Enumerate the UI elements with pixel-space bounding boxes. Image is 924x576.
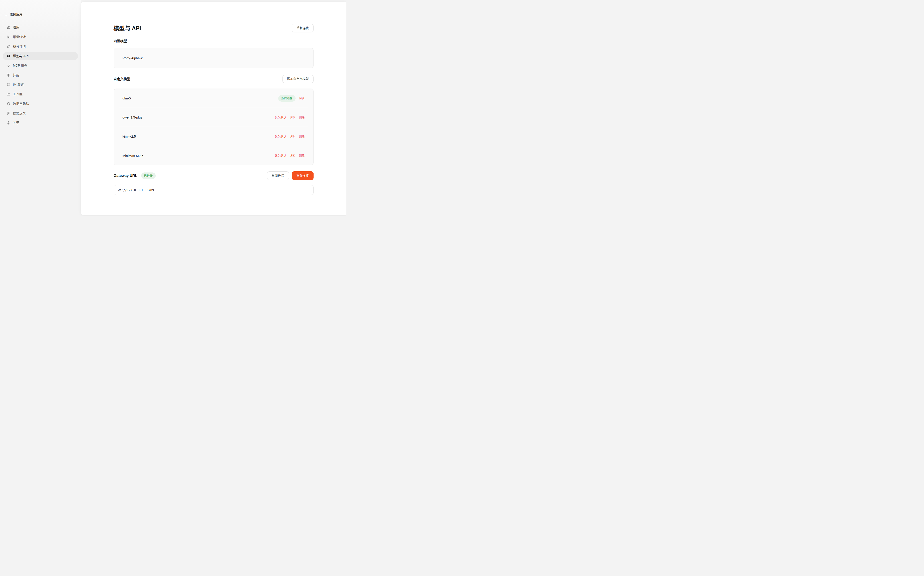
sidebar: ← 返回应用 通用 用量统计 积分详情 模型与 API — [0, 0, 81, 216]
edit-link[interactable]: 编辑 — [290, 134, 296, 139]
reconnect-button[interactable]: 重新连接 — [267, 171, 289, 180]
back-label: 返回应用 — [10, 13, 22, 16]
sidebar-nav: 通用 用量统计 积分详情 模型与 API MCP 服务 — [0, 22, 81, 128]
delete-link[interactable]: 删除 — [299, 134, 305, 139]
model-name: kimi-k2.5 — [123, 134, 136, 138]
sidebar-item-label: 提交反馈 — [13, 111, 26, 115]
sidebar-item-label: MCP 服务 — [13, 64, 27, 68]
current-selection-badge: 当前选择 — [278, 95, 296, 102]
model-row: qwen3.5-plus 设为默认 编辑 删除 — [119, 108, 308, 127]
sidebar-item-label: 技能 — [13, 73, 19, 77]
sidebar-item-about[interactable]: 关于 — [3, 119, 78, 127]
builtin-model-card: Pony-Alpha-2 — [114, 48, 314, 68]
set-default-link[interactable]: 设为默认 — [275, 115, 287, 119]
gateway-url-label: Gateway URL — [114, 174, 137, 178]
edit-link[interactable]: 编辑 — [299, 96, 305, 100]
reconnect-button-top[interactable]: 重新连接 — [292, 24, 314, 32]
sidebar-item-data-privacy[interactable]: 数据与隐私 — [3, 100, 78, 108]
sidebar-item-skills[interactable]: 技能 — [3, 71, 78, 79]
chip-icon — [6, 54, 10, 58]
back-arrow-icon: ← — [4, 13, 8, 16]
sidebar-item-mcp-services[interactable]: MCP 服务 — [3, 61, 78, 70]
sidebar-item-label: 数据与隐私 — [13, 102, 29, 106]
shield-icon — [6, 102, 10, 106]
edit-link[interactable]: 编辑 — [290, 115, 296, 119]
set-default-link[interactable]: 设为默认 — [275, 134, 287, 139]
model-row: glm-5 当前选择 编辑 — [119, 89, 308, 108]
sidebar-item-credits[interactable]: 积分详情 — [3, 42, 78, 51]
sidebar-item-usage-stats[interactable]: 用量统计 — [3, 33, 78, 41]
sidebar-item-workspace[interactable]: 工作区 — [3, 90, 78, 98]
feedback-icon — [6, 111, 10, 115]
set-default-link[interactable]: 设为默认 — [275, 154, 287, 158]
custom-models-label: 自定义模型 — [114, 77, 130, 81]
delete-link[interactable]: 删除 — [299, 154, 305, 158]
sidebar-item-feedback[interactable]: 提交反馈 — [3, 109, 78, 117]
edit-link[interactable]: 编辑 — [290, 154, 296, 158]
sidebar-item-label: 关于 — [13, 121, 19, 125]
bar-chart-icon — [6, 35, 10, 39]
custom-models-card: glm-5 当前选择 编辑 qwen3.5-plus 设为默认 编辑 删除 ki… — [114, 88, 314, 165]
sidebar-item-models-api[interactable]: 模型与 API — [3, 52, 78, 60]
sidebar-item-label: 通用 — [13, 25, 19, 29]
book-icon — [6, 73, 10, 77]
chat-icon — [6, 83, 10, 86]
model-row: kimi-k2.5 设为默认 编辑 删除 — [119, 127, 308, 146]
gateway-url-input[interactable] — [114, 185, 314, 195]
page-title: 模型与 API — [114, 24, 141, 32]
pencil-icon — [6, 26, 10, 29]
model-name: glm-5 — [123, 96, 131, 100]
delete-link[interactable]: 删除 — [299, 115, 305, 119]
sidebar-item-label: 工作区 — [13, 92, 22, 96]
builtin-model-name: Pony-Alpha-2 — [123, 56, 143, 60]
model-row: MiniMax-M2.5 设为默认 编辑 删除 — [119, 146, 308, 165]
folder-icon — [6, 92, 10, 96]
coins-icon — [6, 45, 10, 48]
builtin-models-label: 内置模型 — [114, 39, 314, 43]
sidebar-item-label: 积分详情 — [13, 45, 26, 49]
model-name: MiniMax-M2.5 — [123, 154, 143, 158]
settings-panel: 模型与 API 重新连接 内置模型 Pony-Alpha-2 自定义模型 添加自… — [81, 2, 346, 215]
model-name: qwen3.5-plus — [123, 115, 143, 119]
plug-icon — [6, 64, 10, 67]
sidebar-item-im-channels[interactable]: IM 频道 — [3, 81, 78, 89]
reset-connection-button[interactable]: 重置连接 — [292, 171, 314, 180]
back-to-app-button[interactable]: ← 返回应用 — [0, 13, 81, 16]
sidebar-item-label: IM 频道 — [13, 83, 24, 87]
sidebar-item-label: 模型与 API — [13, 54, 29, 58]
sidebar-item-label: 用量统计 — [13, 35, 26, 39]
connected-status-badge: 已连接 — [141, 173, 156, 179]
info-icon — [6, 121, 10, 125]
sidebar-item-general[interactable]: 通用 — [3, 23, 78, 32]
add-custom-model-button[interactable]: 添加自定义模型 — [282, 75, 314, 83]
